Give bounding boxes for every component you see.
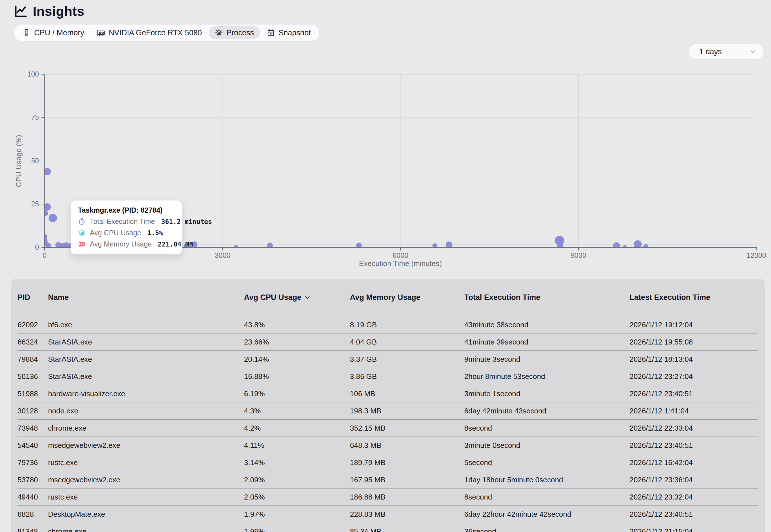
table-cell: 2026/1/12 21:15:04 — [630, 527, 758, 532]
table-cell: 6828 — [18, 510, 48, 519]
table-cell: 53780 — [18, 476, 48, 484]
sort-chevron-down-icon — [304, 294, 311, 301]
table-cell: 167.95 MB — [350, 476, 464, 484]
tooltip-value: 361.2 minutes — [161, 218, 212, 225]
timer-icon — [78, 218, 86, 225]
column-header[interactable]: Total Execution Time — [464, 293, 630, 302]
scatter-point[interactable] — [46, 243, 51, 247]
table-cell: DesktopMate.exe — [48, 510, 244, 519]
x-tick-label: 12000 — [734, 251, 771, 260]
table-cell: 79884 — [18, 355, 48, 364]
table-row[interactable]: 62092bf6.exe43.8%8.19 GB43minute 38secon… — [18, 316, 758, 333]
memory-icon — [78, 240, 86, 248]
table-cell: StarASIA.exe — [48, 338, 244, 346]
gridline — [45, 117, 756, 118]
table-cell: 2026/1/12 23:40:51 — [630, 510, 758, 519]
table-cell: 198.3 MB — [350, 407, 464, 415]
process-table: PIDNameAvg CPU UsageAvg Memory UsageTota… — [11, 279, 765, 532]
table-cell: 51988 — [18, 389, 48, 398]
table-cell: 8second — [464, 493, 630, 502]
table-row[interactable]: 79884StarASIA.exe20.14%3.37 GB9minute 3s… — [18, 351, 758, 368]
table-row[interactable]: 49440rustc.exe2.05%186.88 MB8second2026/… — [18, 489, 758, 506]
table-cell: 2026/1/12 18:13:04 — [630, 355, 758, 364]
table-cell: 2026/1/12 16:42:04 — [630, 458, 758, 467]
table-cell: 2026/1/12 23:36:04 — [630, 476, 758, 484]
table-cell: 30128 — [18, 407, 48, 415]
chart-tooltip: Taskmgr.exe (PID: 82784) Total Execution… — [71, 200, 182, 254]
table-header-row: PIDNameAvg CPU UsageAvg Memory UsageTota… — [18, 279, 758, 316]
gridline — [45, 161, 756, 161]
column-header[interactable]: PID — [18, 293, 48, 302]
scatter-point[interactable] — [234, 245, 238, 247]
table-cell: 43minute 38second — [464, 320, 630, 329]
tooltip-label: Avg CPU Usage — [90, 229, 141, 237]
table-cell: bf6.exe — [48, 320, 244, 329]
table-cell: 49440 — [18, 493, 48, 502]
tooltip-label: Total Execution Time — [90, 217, 155, 226]
table-row[interactable]: 79736rustc.exe3.14%189.79 MB5second2026/… — [18, 454, 758, 471]
table-row[interactable]: 66324StarASIA.exe23.66%4.04 GB41minute 3… — [18, 333, 758, 351]
table-row[interactable]: 6828DesktopMate.exe1.97%228.83 MB6day 22… — [18, 506, 758, 523]
column-header[interactable]: Name — [48, 293, 244, 302]
column-header[interactable]: Avg CPU Usage — [244, 293, 350, 302]
table-cell: 1day 18hour 5minute 0second — [464, 476, 630, 484]
x-axis-title: Execution Time (minutes) — [359, 259, 442, 268]
tooltip-value: 1.5% — [147, 229, 163, 237]
table-row[interactable]: 51988hardware-visualizer.exe6.19%106 MB3… — [18, 385, 758, 402]
column-header[interactable]: Latest Execution Time — [630, 293, 758, 302]
x-tick — [400, 248, 401, 250]
scatter-point[interactable] — [634, 240, 642, 247]
table-row[interactable]: 53780msedgewebview2.exe2.09%167.95 MB1da… — [18, 471, 758, 489]
table-cell: 2026/1/12 23:27:04 — [630, 372, 758, 381]
scatter-chart: CPU Usage (%) Execution Time (minutes) T… — [0, 0, 771, 272]
x-tick — [756, 248, 757, 250]
table-row[interactable]: 50136StarASIA.exe16.88%3.86 GB2hour 8min… — [18, 368, 758, 385]
table-row[interactable]: 30128node.exe4.3%198.3 MB6day 42minute 4… — [18, 402, 758, 420]
table-cell: 41minute 39second — [464, 338, 630, 346]
gridline — [45, 74, 756, 75]
scatter-point[interactable] — [45, 210, 48, 216]
table-cell: 6day 22hour 42minute 42second — [464, 510, 630, 519]
table-row[interactable]: 81348chrome.exe1.96%85.34 MB36second2026… — [18, 523, 758, 532]
scatter-point[interactable] — [613, 242, 620, 247]
scatter-point[interactable] — [623, 245, 627, 247]
table-row[interactable]: 54540msedgewebview2.exe4.11%648.3 MB3min… — [18, 437, 758, 454]
table-cell: 2026/1/12 19:55:08 — [630, 338, 758, 346]
table-cell: 4.3% — [244, 407, 350, 415]
table-cell: 62092 — [18, 320, 48, 329]
table-cell: 228.83 MB — [350, 510, 464, 519]
scatter-point[interactable] — [356, 243, 362, 247]
table-cell: 3.14% — [244, 458, 350, 467]
table-cell: StarASIA.exe — [48, 372, 244, 381]
scatter-point[interactable] — [49, 214, 57, 222]
table-cell: 3.37 GB — [350, 355, 464, 364]
table-cell: 2026/1/12 23:40:51 — [630, 441, 758, 450]
table-cell: 2hour 8minute 53second — [464, 372, 630, 381]
table-cell: rustc.exe — [48, 493, 244, 502]
tooltip-title: Taskmgr.exe (PID: 82784) — [78, 206, 175, 214]
scatter-point[interactable] — [557, 242, 563, 247]
table-cell: 1.97% — [244, 510, 350, 519]
scatter-point[interactable] — [45, 168, 51, 175]
table-cell: 50136 — [18, 372, 48, 381]
x-tick-label: 6000 — [378, 251, 423, 260]
table-body: 62092bf6.exe43.8%8.19 GB43minute 38secon… — [18, 316, 758, 532]
x-tick-label: 9000 — [556, 251, 601, 260]
y-tick — [42, 161, 44, 161]
scatter-point[interactable] — [446, 241, 452, 247]
scatter-point[interactable] — [432, 243, 437, 247]
tooltip-cursor-line — [66, 74, 66, 247]
table-row[interactable]: 73948chrome.exe4.2%352.15 MB8second2026/… — [18, 420, 758, 437]
scatter-point[interactable] — [267, 243, 273, 247]
table-cell: 81348 — [18, 527, 48, 532]
scatter-point[interactable] — [45, 203, 51, 211]
y-tick — [42, 74, 44, 75]
table-cell: 8.19 GB — [350, 320, 464, 329]
tooltip-row: Avg Memory Usage 221.04 MB — [78, 240, 175, 248]
table-cell: 23.66% — [244, 338, 350, 346]
cpu-icon — [78, 229, 86, 237]
table-cell: 54540 — [18, 441, 48, 450]
x-tick — [222, 248, 223, 250]
table-cell: 648.3 MB — [350, 441, 464, 450]
column-header[interactable]: Avg Memory Usage — [350, 293, 464, 302]
